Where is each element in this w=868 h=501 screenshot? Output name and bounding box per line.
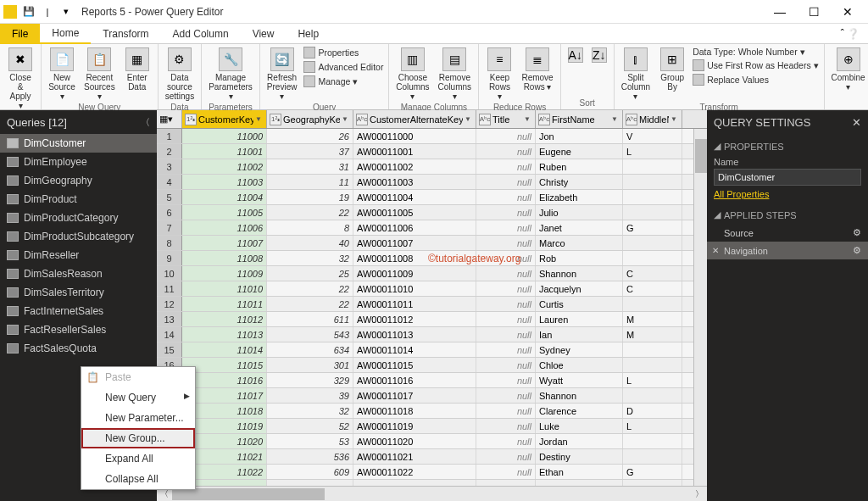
query-item[interactable]: DimSalesTerritory (0, 283, 157, 302)
query-item[interactable]: DimProductCategory (0, 209, 157, 227)
vertical-scrollbar[interactable] (693, 129, 707, 486)
remove-rows-button[interactable]: ≣Remove Rows ▾ (518, 46, 556, 93)
cell[interactable]: AW00011020 (353, 434, 476, 448)
cell[interactable]: 634 (267, 342, 353, 357)
filter-dropdown-icon[interactable]: ▼ (524, 115, 532, 123)
cell[interactable] (623, 449, 682, 464)
cell[interactable]: AW00011000 (353, 129, 476, 143)
cell[interactable]: Eugene (536, 144, 623, 159)
data-type-button[interactable]: Data Type: Whole Number ▾ (691, 46, 820, 58)
cell[interactable]: null (476, 388, 536, 403)
cell[interactable]: null (476, 358, 536, 372)
cell[interactable]: Lauren (536, 312, 623, 326)
cell[interactable] (623, 190, 682, 204)
cell[interactable]: Elizabeth (536, 190, 623, 204)
column-header[interactable]: AᵇcMiddleNa▼ (623, 110, 682, 128)
table-row[interactable]: 181101739AW00011017nullShannon (157, 388, 707, 404)
table-row[interactable]: 11100026AW00011000nullJonV (157, 129, 707, 144)
delete-step-icon[interactable]: ✕ (712, 246, 719, 255)
table-row[interactable]: 1711016329AW00011016nullWyattL (157, 373, 707, 388)
cell[interactable] (623, 297, 682, 311)
cell[interactable]: AW00011011 (353, 297, 476, 311)
query-item[interactable]: FactSalesQuota (0, 339, 157, 358)
query-item[interactable]: FactResellerSales (0, 320, 157, 339)
qa-dropdown[interactable]: ▾ (58, 3, 75, 20)
table-row[interactable]: 1511014634AW00011014nullSydney (157, 342, 707, 358)
column-header[interactable]: AᵇcFirstName▼ (536, 110, 623, 128)
cell[interactable]: Jordan (536, 434, 623, 448)
cell[interactable]: null (476, 373, 536, 387)
cell[interactable]: AW00011003 (353, 175, 476, 189)
cell[interactable]: null (476, 342, 536, 357)
cell[interactable]: AW00011021 (353, 449, 476, 464)
cell[interactable]: M (623, 327, 682, 342)
cell[interactable] (623, 342, 682, 357)
cell[interactable]: 11003 (182, 175, 267, 189)
remove-columns-button[interactable]: ▤Remove Columns ▾ (434, 46, 475, 103)
cell[interactable]: G (623, 465, 682, 479)
table-row[interactable]: 1311012611AW00011012nullLaurenM (157, 312, 707, 327)
cell[interactable]: G (623, 220, 682, 235)
cell[interactable]: 25 (267, 266, 353, 281)
cell[interactable]: M (623, 312, 682, 326)
cell[interactable]: L (623, 144, 682, 159)
cell[interactable]: C (623, 266, 682, 281)
cell[interactable]: 11008 (182, 251, 267, 265)
cell[interactable]: Clarence (536, 404, 623, 418)
cell[interactable]: 11000 (182, 129, 267, 143)
combine-button[interactable]: ⊕Combine ▾ (828, 46, 868, 93)
cell[interactable]: AW00011012 (353, 312, 476, 326)
cell[interactable]: 22 (267, 297, 353, 311)
cell[interactable]: 52 (267, 419, 353, 433)
cell[interactable] (623, 358, 682, 372)
table-row[interactable]: 111101022AW00011010nullJacquelynC (157, 281, 707, 297)
cell[interactable]: Christy (536, 175, 623, 189)
filter-dropdown-icon[interactable]: ▼ (465, 115, 473, 123)
cell[interactable]: 11011 (182, 297, 267, 311)
filter-dropdown-icon[interactable]: ▼ (611, 115, 620, 123)
cell[interactable]: 26 (267, 129, 353, 143)
all-properties-link[interactable]: All Properties (714, 186, 769, 203)
column-header[interactable]: 1²₃GeographyKey▼ (267, 110, 353, 128)
close-apply-button[interactable]: ✖ Close & Apply ▾ (3, 46, 37, 112)
cell[interactable]: AW00011010 (353, 281, 476, 296)
cell[interactable]: AW00011008 (353, 251, 476, 265)
cell[interactable]: 11004 (182, 190, 267, 204)
cell[interactable]: null (476, 281, 536, 296)
cell[interactable]: 11009 (182, 266, 267, 281)
cell[interactable]: 11010 (182, 281, 267, 296)
scroll-right-icon[interactable]: 〉 (692, 488, 707, 500)
cell[interactable]: Wyatt (536, 373, 623, 387)
cell[interactable] (536, 480, 623, 486)
query-item[interactable]: DimReseller (0, 246, 157, 264)
cell[interactable]: AW00011006 (353, 220, 476, 235)
cell[interactable]: 11006 (182, 220, 267, 235)
cell[interactable]: L (623, 419, 682, 433)
cell[interactable]: Ruben (536, 159, 623, 174)
cell[interactable]: 11005 (182, 205, 267, 220)
cell[interactable]: Ian (536, 327, 623, 342)
horizontal-scrollbar[interactable]: 〈 〉 (157, 486, 707, 501)
cell[interactable]: AW00011017 (353, 388, 476, 403)
cell[interactable] (353, 480, 476, 486)
cell[interactable]: V (623, 129, 682, 143)
cell[interactable]: null (476, 144, 536, 159)
query-item[interactable]: FactInternetSales (0, 302, 157, 320)
cell[interactable]: 22 (267, 281, 353, 296)
cell[interactable]: Chloe (536, 358, 623, 372)
table-row[interactable]: 81100740AW00011007nullMarco (157, 236, 707, 251)
grid-corner[interactable]: ▦▾ (157, 110, 182, 128)
cell[interactable]: null (476, 175, 536, 189)
cell[interactable] (623, 205, 682, 220)
table-row[interactable]: 51100419AW00011004nullElizabeth (157, 190, 707, 205)
cell[interactable] (623, 251, 682, 265)
replace-values-button[interactable]: Replace Values (691, 73, 820, 86)
cell[interactable] (623, 480, 682, 486)
cell[interactable]: 329 (267, 373, 353, 387)
recent-sources-button[interactable]: 📋Recent Sources ▾ (81, 46, 119, 103)
cell[interactable]: 11 (267, 175, 353, 189)
cell[interactable]: 37 (267, 144, 353, 159)
tab-add-column[interactable]: Add Column (161, 24, 241, 44)
manage-parameters-button[interactable]: 🔧Manage Parameters ▾ (205, 46, 256, 103)
cell[interactable]: AW00011002 (353, 159, 476, 174)
